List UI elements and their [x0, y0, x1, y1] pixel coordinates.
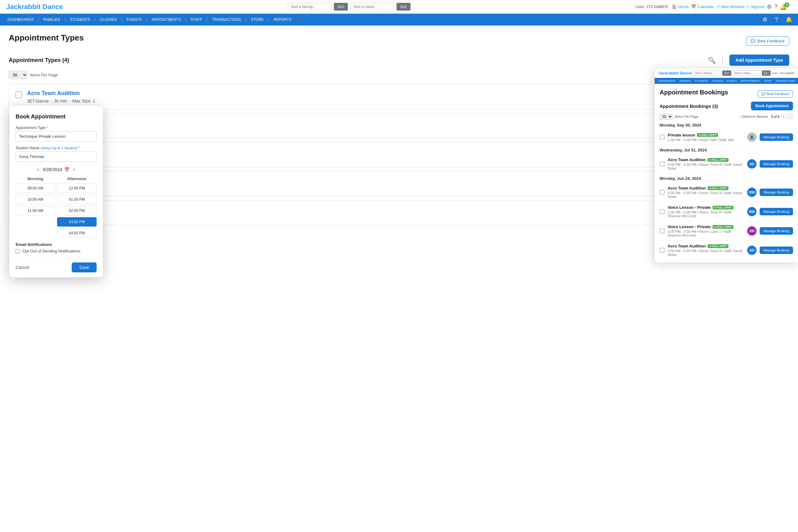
nav-store[interactable]: STORE	[247, 14, 268, 25]
booking-name-2-2: Voice Lesson - Private ● FULL APPT	[668, 224, 744, 229]
booking-meta-2-3: 4:00 PM - 4:30 PM • Room: Floor A • Staf…	[668, 249, 744, 256]
booking-name-2-0: Acro Team Audition ● FULL APPT	[668, 186, 744, 190]
booking-checkbox-1-0[interactable]	[660, 162, 665, 167]
appt-card-checkbox-1[interactable]	[15, 91, 22, 98]
prev-date-button[interactable]: ‹	[37, 166, 39, 173]
student-name-input[interactable]	[16, 151, 97, 162]
panel-section-title: Appointment Bookings (3)	[660, 103, 718, 109]
manage-booking-button-2-0[interactable]: Manage Booking	[760, 189, 793, 196]
nav-events[interactable]: EVENTS	[122, 14, 146, 25]
search-icon-button[interactable]: 🔍	[708, 56, 716, 64]
save-button[interactable]: Save	[72, 262, 97, 272]
search-class-input[interactable]	[350, 2, 394, 11]
page-title: Appointment Types	[9, 33, 84, 43]
nav-help-icon[interactable]: ?	[773, 14, 781, 25]
items-per-page-dropdown[interactable]: 50 25 100	[9, 71, 27, 79]
panel-mini-class-go[interactable]: Go!	[762, 71, 771, 76]
signout-link[interactable]: ⎋ Signout	[747, 4, 764, 9]
panel-mini-search: Go! Go!	[693, 71, 770, 76]
nav-notif-icon[interactable]: 🔔	[783, 14, 795, 25]
nav-staff[interactable]: STAFF	[186, 14, 207, 25]
appt-type-input[interactable]	[16, 131, 97, 141]
panel-items-per-page[interactable]: 50	[660, 113, 673, 120]
logo-blue: Dance	[40, 3, 63, 11]
panel-mini-family-go[interactable]: Go!	[722, 71, 731, 76]
time-slot-400pm[interactable]: 04:00 PM	[57, 228, 97, 238]
time-slot-200pm[interactable]: 02:00 PM	[57, 206, 97, 215]
add-appointment-type-button[interactable]: Add Appointment Type	[729, 55, 789, 66]
nav-classes[interactable]: CLASSES	[95, 14, 121, 25]
search-family-go[interactable]: Go!	[334, 3, 348, 11]
time-slot-1200pm[interactable]: 12:00 PM	[57, 184, 97, 193]
home-link[interactable]: 🏠 Home	[672, 4, 689, 9]
time-slot-300pm[interactable]: 03:00 PM	[57, 217, 97, 227]
panel-beta-feedback-button[interactable]: 💬 Beta Feedback	[758, 90, 793, 98]
booking-date-group-0: Monday, Sep 30, 2024 Private lesson ● FU…	[660, 123, 793, 145]
panel-per-page: 50 Items Per Page	[660, 113, 699, 120]
panel-mini-class-input[interactable]	[733, 71, 761, 76]
panel-mini-family-input[interactable]	[693, 71, 721, 76]
time-slot-1000am[interactable]: 10:00 AM	[16, 195, 55, 204]
nav-settings-icon[interactable]: ⚙	[760, 14, 770, 25]
nav-transactions[interactable]: TRANSACTIONS	[208, 14, 246, 25]
cancel-button[interactable]: Cancel	[16, 265, 29, 270]
beta-icon: 💬	[750, 39, 756, 43]
search-family-input[interactable]	[288, 2, 331, 11]
panel-mini-header: Jackrabbit Dance Go! Go! User: JTCAMBER	[654, 69, 798, 78]
beta-feedback-button[interactable]: 💬 Beta Feedback	[746, 36, 789, 45]
items-per-page-label: Items Per Page	[30, 73, 58, 77]
nav-students[interactable]: STUDENTS	[65, 14, 94, 25]
next-page-button[interactable]: ›	[787, 114, 793, 119]
panel-nav-appointments[interactable]: APPOINTMENTS	[739, 78, 762, 84]
full-appt-badge-2-2: ● FULL APPT	[712, 225, 734, 229]
panel-section-header: Appointment Bookings (3) Book Appointmen…	[660, 101, 793, 110]
booking-checkbox-2-1[interactable]	[660, 209, 665, 214]
panel-nav-transactions[interactable]: TRANSACTIONS	[774, 78, 797, 84]
booking-checkbox-2-0[interactable]	[660, 190, 665, 195]
morning-label: Morning	[16, 176, 55, 181]
nav-appointments[interactable]: APPOINTMENTS	[147, 14, 186, 25]
panel-nav-dashboards[interactable]: DASHBOARDS	[657, 78, 678, 84]
panel-pagination: 6 of 6 ‹ ›	[771, 114, 793, 119]
next-date-button[interactable]: ›	[73, 166, 75, 173]
panel-nav-classes[interactable]: CLASSES	[710, 78, 725, 84]
manage-booking-button-2-3[interactable]: Manage Booking	[760, 247, 793, 254]
search-class-go[interactable]: Go!	[397, 3, 411, 11]
prev-page-button[interactable]: ‹	[781, 114, 786, 119]
afternoon-label: Afternoon	[57, 176, 97, 181]
avatar-2-2: DH	[747, 226, 757, 235]
manage-booking-button-2-2[interactable]: Manage Booking	[760, 227, 793, 235]
panel-nav-events[interactable]: EVENTS	[725, 78, 739, 84]
panel-nav-students[interactable]: STUDENTS	[692, 78, 710, 84]
manage-booking-button-2-1[interactable]: Manage Booking	[760, 208, 793, 215]
new-window-link[interactable]: ↗ New Window	[716, 4, 744, 9]
time-slot-900am[interactable]: 09:00 AM	[16, 184, 55, 193]
manage-booking-button-1-0[interactable]: Manage Booking	[760, 160, 793, 168]
booking-row-2-3: Acro Team Audition ● FULL APPT 4:00 PM -…	[660, 241, 793, 260]
booking-name-0-0: Private lesson ● FULL APPT	[668, 133, 744, 137]
panel-nav-store[interactable]: STORE	[797, 78, 798, 84]
help-icon[interactable]: ?	[774, 3, 777, 10]
booking-meta-2-1: 1:00 PM - 2:00 PM • Room: Floor A • Staf…	[668, 210, 744, 218]
time-slot-100pm[interactable]: 01:00 PM	[57, 195, 97, 204]
booking-checkbox-0-0[interactable]	[660, 135, 665, 140]
panel-nav-staff[interactable]: STAFF	[762, 78, 774, 84]
calendar-icon: 📅	[64, 167, 70, 172]
opt-out-checkbox[interactable]	[16, 249, 20, 253]
section-title: Appointment Types (4)	[9, 57, 69, 63]
book-appointment-button[interactable]: Book Appointment	[751, 101, 793, 110]
more-options-button[interactable]: ⋮	[719, 56, 726, 64]
manage-booking-button-0-0[interactable]: Manage Booking	[760, 133, 793, 141]
booking-checkbox-2-2[interactable]	[660, 228, 665, 233]
nav-right-icons: ⚙ ? 🔔	[760, 14, 795, 25]
time-slot-1100am[interactable]: 11:00 AM	[16, 206, 55, 215]
booking-checkbox-2-3[interactable]	[660, 248, 665, 253]
nav-dashboards[interactable]: DASHBOARDS	[3, 14, 38, 25]
nav-families[interactable]: FAMILIES	[39, 14, 64, 25]
settings-icon[interactable]: ⚙	[767, 3, 772, 10]
notifications-icon[interactable]: 🔔5	[780, 3, 792, 10]
full-appt-badge-2-0: ● FULL APPT	[708, 186, 728, 190]
nav-reports[interactable]: REPORTS	[269, 14, 296, 25]
panel-nav-families[interactable]: FAMILIES	[678, 78, 692, 84]
calendar-link[interactable]: 📅 Calendar	[691, 4, 714, 9]
